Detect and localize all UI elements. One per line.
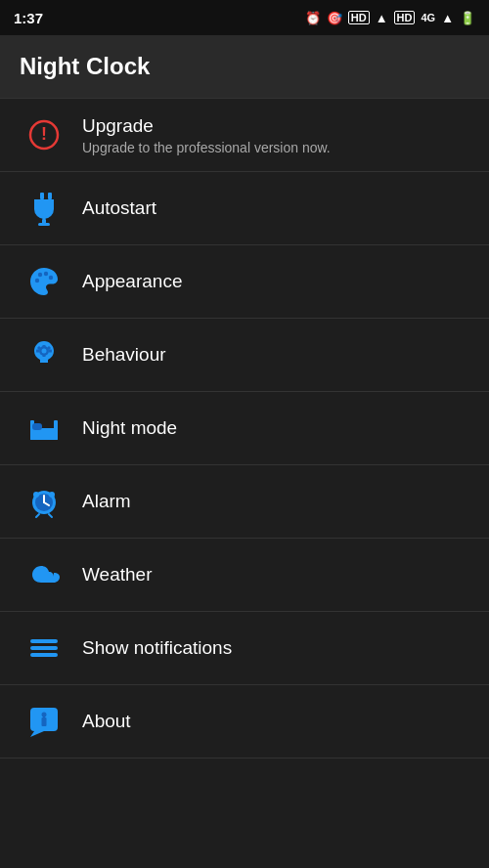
upgrade-icon: !	[20, 117, 68, 152]
signal-icon2: ▲	[441, 11, 454, 25]
svg-text:!: !	[41, 124, 47, 144]
appearance-label: Appearance	[82, 271, 469, 292]
notifications-label: Show notifications	[82, 637, 469, 659]
appearance-text: Appearance	[82, 271, 469, 292]
menu-item-autostart[interactable]: Autostart	[0, 172, 489, 245]
svg-point-29	[49, 492, 55, 498]
behaviour-icon	[20, 337, 68, 372]
svg-rect-33	[30, 646, 58, 650]
svg-rect-14	[43, 354, 46, 357]
menu-item-about[interactable]: i About	[0, 685, 489, 759]
alarm-menu-icon	[20, 484, 68, 519]
about-icon: i	[20, 704, 68, 739]
menu-item-show-notifications[interactable]: Show notifications	[0, 612, 489, 685]
svg-line-30	[36, 514, 39, 517]
svg-rect-39	[42, 717, 47, 726]
night-mode-text: Night mode	[82, 417, 469, 439]
svg-marker-36	[30, 731, 44, 737]
signal-icon: ▲	[376, 11, 388, 25]
svg-rect-23	[32, 423, 42, 430]
menu-item-behaviour[interactable]: Behaviour	[0, 319, 489, 392]
svg-rect-2	[40, 193, 44, 199]
weather-text: Weather	[82, 564, 469, 586]
notifications-text: Show notifications	[82, 637, 469, 659]
svg-rect-21	[30, 436, 58, 440]
svg-rect-16	[49, 350, 52, 353]
svg-point-10	[49, 276, 53, 280]
svg-rect-15	[36, 350, 39, 353]
menu-list: ! Upgrade Upgrade to the professional ve…	[0, 99, 489, 759]
autostart-icon	[20, 191, 68, 226]
weather-icon	[20, 557, 68, 592]
menu-item-alarm[interactable]: Alarm	[0, 465, 489, 539]
alarm-status-icon: ⏰	[305, 11, 321, 25]
status-bar: 1:37 ⏰ 🎯 HD ▲ HD 4G ▲ 🔋	[0, 0, 489, 35]
upgrade-label: Upgrade	[82, 115, 469, 137]
app-title: Night Clock	[20, 53, 469, 80]
svg-line-31	[49, 514, 52, 517]
alarm-label: Alarm	[82, 491, 469, 512]
alarm-text: Alarm	[82, 491, 469, 512]
menu-item-appearance[interactable]: Appearance	[0, 245, 489, 319]
hd-badge: HD	[348, 11, 370, 24]
battery-icon: 🔋	[460, 11, 475, 25]
behaviour-text: Behaviour	[82, 344, 469, 366]
svg-point-12	[42, 349, 47, 354]
menu-item-night-mode[interactable]: Night mode	[0, 392, 489, 465]
autostart-text: Autostart	[82, 197, 469, 219]
about-label: About	[82, 711, 469, 732]
svg-rect-5	[38, 223, 50, 226]
target-icon: 🎯	[327, 11, 342, 25]
svg-point-28	[33, 492, 39, 498]
menu-item-weather[interactable]: Weather	[0, 539, 489, 612]
svg-point-8	[38, 273, 42, 277]
svg-rect-32	[30, 639, 58, 643]
appearance-icon	[20, 264, 68, 299]
svg-point-38	[42, 713, 47, 717]
svg-point-9	[44, 272, 48, 276]
svg-rect-13	[43, 345, 46, 348]
svg-rect-34	[30, 653, 58, 657]
about-text: About	[82, 711, 469, 732]
notifications-icon	[20, 630, 68, 666]
status-time: 1:37	[14, 10, 43, 26]
upgrade-text: Upgrade Upgrade to the professional vers…	[82, 115, 469, 155]
hd-4g-badge: HD	[394, 11, 416, 24]
status-icons: ⏰ 🎯 HD ▲ HD 4G ▲ 🔋	[305, 11, 475, 25]
svg-point-7	[35, 279, 39, 282]
network-type: 4G	[421, 12, 435, 23]
behaviour-label: Behaviour	[82, 344, 469, 366]
weather-label: Weather	[82, 564, 469, 586]
upgrade-sublabel: Upgrade to the professional version now.	[82, 140, 469, 155]
night-mode-label: Night mode	[82, 417, 469, 439]
night-mode-icon	[20, 411, 68, 446]
autostart-label: Autostart	[82, 197, 469, 219]
menu-item-upgrade[interactable]: ! Upgrade Upgrade to the professional ve…	[0, 99, 489, 172]
svg-rect-3	[48, 193, 52, 199]
app-header: Night Clock	[0, 35, 489, 99]
